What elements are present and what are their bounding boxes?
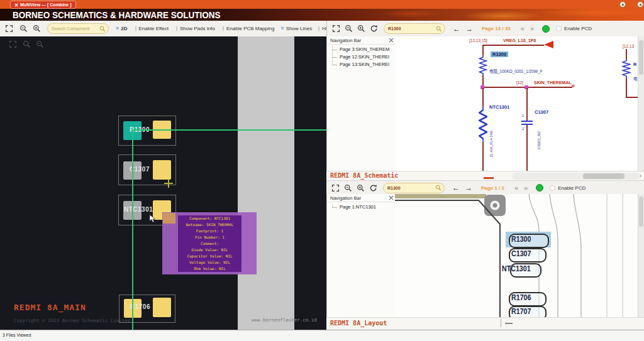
toggle-enable-pcb-mapping-label[interactable]: Enable PCB Mapping — [226, 26, 275, 31]
tree-item-page13[interactable]: Page 13:SKIN_THEREI — [327, 61, 396, 68]
zoom-in-icon[interactable] — [357, 184, 365, 192]
fit-view-icon[interactable] — [9, 40, 17, 48]
window-title-tab[interactable]: MultiView — [ Combine ] — [10, 1, 76, 9]
layout-ref-r1706[interactable]: R1706 — [511, 293, 531, 302]
zoom-in-icon[interactable] — [33, 24, 41, 33]
schematic-vertical-scrollbar[interactable] — [638, 36, 644, 171]
schematic-wire — [626, 78, 627, 98]
minimize-button[interactable] — [619, 1, 626, 8]
board-outline — [395, 200, 500, 317]
tree-item-page12[interactable]: Page 12:SKIN_THEREI — [327, 53, 396, 61]
tree-item-page3[interactable]: Page 3:SKIN_THEREM — [327, 46, 396, 53]
close-window-button[interactable] — [637, 1, 643, 8]
zoom-out-icon[interactable] — [19, 24, 28, 33]
toggle-hide-info-label-checkbox[interactable] — [318, 26, 319, 31]
cap-pin-2: 2 — [522, 127, 524, 131]
pcb-view-pane[interactable]: R1300 C1307 NTC1301 R1706 Component: NTC — [0, 36, 327, 330]
schematic-canvas[interactable]: [12,13,15] VREG_L16_1P8 R1300 电阻_100KΩ_0… — [395, 36, 638, 171]
enable-pcd-label[interactable]: Enable PCD — [558, 185, 586, 191]
scrollbar-thumb[interactable] — [583, 173, 625, 179]
zoom-out-icon[interactable] — [344, 184, 352, 192]
ntc-ref[interactable]: NTC1301 — [489, 104, 509, 110]
schematic-search-input[interactable] — [387, 26, 435, 31]
next-page-button[interactable]: » — [530, 25, 534, 32]
schematic-horizontal-scrollbar[interactable] — [513, 173, 640, 180]
toggle-show-pads-info-checkbox[interactable] — [176, 26, 177, 31]
net-pages-ref: [12] — [516, 80, 523, 85]
net-name-skin-thermal[interactable]: SKIN_THEREMAL — [534, 80, 572, 85]
layout-vertical-scrollbar[interactable] — [638, 194, 644, 317]
tooltip-body: Component: NTC1301 Netname: SKIN_THERMAL… — [178, 215, 242, 272]
net-pages-ref-partial: [12,13 — [623, 44, 634, 48]
toggle-enable-effect-label[interactable]: Enable Effect — [139, 26, 169, 31]
splitter-marker[interactable] — [484, 177, 494, 179]
refresh-icon[interactable] — [370, 24, 378, 33]
tooltip-line: Component: NTC1301 — [178, 215, 242, 222]
schematic-toolbar: ← → Page 13 / 33 « » Enable PCD — [326, 21, 644, 37]
pcb-component-r1300[interactable]: R1300 — [118, 116, 176, 146]
scrollbar-stub[interactable] — [505, 323, 513, 324]
enable-pcd-checkbox[interactable] — [550, 185, 555, 191]
toggle-show-lines-label[interactable]: Show Lines — [286, 26, 312, 31]
close-icon[interactable] — [389, 195, 394, 200]
pad[interactable] — [153, 298, 171, 317]
prev-page-button[interactable]: « — [521, 25, 525, 32]
layout-ref-ntc1301[interactable]: NTC1301 — [502, 264, 531, 273]
toggle-show-lines-checkbox[interactable]: × — [281, 26, 284, 31]
layout-search-input[interactable] — [386, 185, 434, 191]
banner-title: BORNEO SCHEMATICS & HARDWARE SOLUTIONS — [13, 9, 221, 20]
zoom-in-icon[interactable] — [36, 40, 44, 48]
tooltip-line: Netname: SKIN_THERMAL — [178, 222, 242, 228]
highlighted-ref-r1300[interactable]: R1300 — [491, 51, 508, 57]
layout-ref-r1707[interactable]: R1707 — [511, 306, 531, 316]
search-icon — [436, 26, 442, 32]
tooltip-line: Diode Value: NIL — [178, 247, 242, 253]
layout-canvas[interactable]: R1300 C1307 NTC1301 R1706 R1707 — [395, 194, 638, 317]
toggle-enable-effect-checkbox[interactable] — [135, 26, 136, 31]
scroll-right-icon[interactable]: › — [640, 173, 641, 179]
resistor-symbol-ntc1301[interactable] — [479, 107, 487, 142]
brand-banner: BORNEO SCHEMATICS & HARDWARE SOLUTIONS — [0, 9, 644, 21]
pcb-toolbar: × 2D Enable Effect Show Pads Info Enable… — [0, 21, 326, 37]
fit-view-icon[interactable] — [5, 24, 13, 33]
cap-value: C0201_NC — [537, 131, 541, 149]
schematic-wire — [482, 142, 484, 171]
layout-ref-c1307[interactable]: C1307 — [511, 249, 531, 258]
prev-page-button[interactable]: « — [514, 185, 518, 192]
next-result-button[interactable]: → — [465, 25, 473, 33]
zoom-in-icon[interactable] — [357, 24, 365, 33]
enable-pcd-checkbox[interactable] — [556, 26, 562, 31]
prev-result-button[interactable]: ← — [452, 184, 460, 192]
schematic-wire — [526, 88, 528, 121]
refresh-icon[interactable] — [369, 184, 377, 192]
net-name-vreg[interactable]: VREG_L16_1P8 — [503, 38, 536, 43]
window-title: MultiView — [ Combine ] — [20, 3, 72, 7]
fit-view-icon[interactable] — [332, 24, 340, 33]
r1300-value: 电阻_100KΩ_0201_1/20W_F — [489, 68, 543, 74]
enable-pcd-label[interactable]: Enable PCD — [564, 26, 592, 31]
fit-view-icon[interactable] — [331, 184, 340, 192]
partial-value: 电 — [633, 75, 638, 82]
close-icon[interactable] — [389, 38, 394, 43]
next-result-button[interactable]: → — [465, 184, 472, 192]
next-page-button[interactable]: » — [524, 185, 528, 192]
resistor-symbol-r1300[interactable] — [479, 55, 487, 75]
board-name-label: REDMI 8A_MAIN — [14, 303, 86, 312]
schematic-wire — [626, 49, 627, 59]
toggle-show-pads-info-label[interactable]: Show Pads Info — [180, 26, 215, 31]
toggle-enable-pcb-mapping-checkbox[interactable] — [223, 26, 224, 31]
layout-ref-r1300[interactable]: R1300 — [511, 234, 531, 244]
page-tree: Page 1:NTC1301 — [327, 203, 396, 211]
prev-result-button[interactable]: ← — [453, 25, 460, 33]
tree-item-page1[interactable]: Page 1:NTC1301 — [327, 203, 396, 211]
toggle-2d-checkbox[interactable]: × — [116, 26, 119, 31]
toggle-2d-label[interactable]: 2D — [121, 26, 127, 31]
pad[interactable] — [153, 160, 171, 180]
status-indicator-dot — [542, 25, 550, 33]
component-search-input[interactable] — [50, 26, 98, 31]
tooltip-line: Capacitor Value: NIL — [178, 253, 242, 259]
zoom-out-icon[interactable] — [23, 40, 31, 48]
zoom-out-icon[interactable] — [345, 24, 353, 33]
partial-ref: R — [633, 62, 636, 67]
cap-ref[interactable]: C1307 — [535, 109, 548, 115]
